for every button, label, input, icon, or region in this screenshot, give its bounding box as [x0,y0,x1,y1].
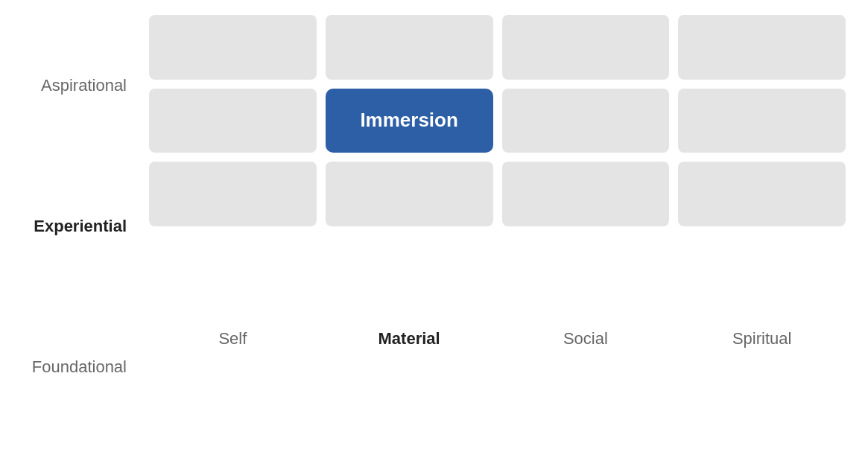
col-label-text-spiritual: Spiritual [732,329,791,348]
grid-row-2 [149,162,846,226]
cell-label-1-1: Immersion [360,109,458,132]
row-label-experiential: Experiential [0,156,142,296]
grid-cell-2-1 [326,162,493,226]
grid-row-0 [149,15,846,80]
col-label-social: Social [502,234,670,445]
main-area: AspirationalExperientialFoundational Imm… [0,15,846,445]
grid-rows: Immersion [149,15,846,226]
col-label-text-social: Social [563,329,608,348]
grid-area: Immersion SelfMaterialSocialSpiritual [149,15,846,445]
row-label-text-aspirational: Aspirational [41,76,127,95]
grid-cell-2-2 [502,162,670,226]
grid-cell-0-1 [326,15,493,80]
row-label-text-experiential: Experiential [34,217,127,236]
row-label-text-foundational: Foundational [32,357,127,377]
grid-cell-0-2 [502,15,670,80]
grid-cell-1-1[interactable]: Immersion [326,89,493,153]
row-label-foundational: Foundational [0,296,142,437]
grid-cell-0-3 [678,15,846,80]
grid-cell-2-3 [678,162,846,226]
grid-cell-2-0 [149,162,317,226]
col-label-text-self: Self [218,329,247,348]
grid-cell-1-2 [502,89,670,153]
col-labels-area: SelfMaterialSocialSpiritual [149,234,846,445]
col-label-self: Self [149,234,317,445]
col-label-material: Material [326,234,493,445]
grid-cell-0-0 [149,15,317,80]
grid-cell-1-0 [149,89,317,153]
col-label-spiritual: Spiritual [678,234,846,445]
row-label-aspirational: Aspirational [0,15,142,156]
grid-row-1: Immersion [149,89,846,153]
row-labels: AspirationalExperientialFoundational [0,15,149,445]
matrix-layout: AspirationalExperientialFoundational Imm… [0,0,868,452]
col-label-text-material: Material [378,329,440,348]
grid-cell-1-3 [678,89,846,153]
